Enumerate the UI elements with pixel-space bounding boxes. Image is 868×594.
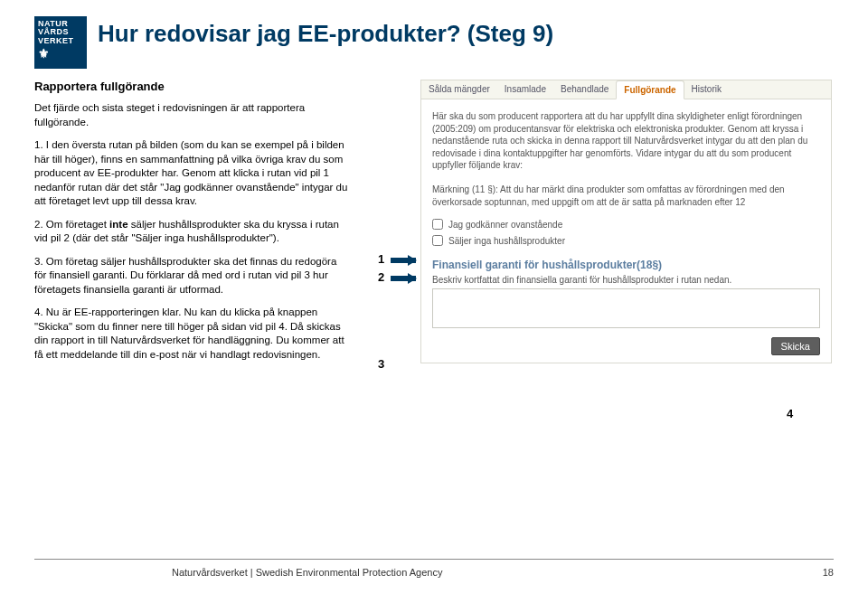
financial-section-desc: Beskriv kortfattat din finansiella garan… [432, 275, 820, 285]
tab-history[interactable]: Historik [684, 80, 729, 99]
approve-label: Jag godkänner ovanstående [448, 220, 562, 230]
arrow-1-icon [391, 258, 416, 263]
form-panel: Här ska du som producent rapportera att … [421, 99, 831, 363]
approve-checkbox[interactable] [432, 219, 443, 230]
submit-button[interactable]: Skicka [771, 337, 820, 355]
footer-agency: Naturvårdsverket | Swedish Environmental… [172, 567, 442, 578]
step-2-paragraph: 2. Om företaget inte säljer hushållsprod… [34, 218, 351, 246]
nohousehold-checkbox[interactable] [432, 235, 443, 246]
page-number: 18 [823, 567, 834, 578]
arrow-2-icon [391, 276, 416, 281]
page-subtitle: Rapportera fullgörande [34, 80, 165, 93]
tab-collected[interactable]: Insamlade [497, 80, 553, 99]
tab-treated[interactable]: Behandlade [553, 80, 616, 99]
logo-line3: VERKET [38, 36, 74, 45]
step-3-paragraph: 3. Om företag säljer hushållsprodukter s… [34, 255, 351, 297]
marker-2: 2 [378, 270, 384, 284]
nohousehold-row: Säljer inga hushållsprodukter [432, 235, 820, 246]
info-text: Här ska du som producent rapportera att … [432, 110, 820, 208]
agency-logo: NATUR VÅRDS VERKET ⚜ [34, 16, 87, 69]
page-title: Hur redovisar jag EE-produkter? (Steg 9) [98, 20, 553, 48]
financial-section-heading: Finansiell garanti för hushållsprodukter… [432, 259, 820, 271]
marker-3: 3 [378, 357, 384, 371]
crest-icon: ⚜ [38, 47, 83, 61]
step-1-paragraph: 1. I den översta rutan på bilden (som du… [34, 138, 351, 209]
step-4-paragraph: 4. Nu är EE-rapporteringen klar. Nu kan … [34, 306, 351, 362]
financial-textarea[interactable] [432, 288, 820, 328]
marker-4: 4 [787, 407, 793, 420]
tab-fulfillment[interactable]: Fullgörande [616, 80, 684, 99]
approve-row: Jag godkänner ovanstående [432, 219, 820, 230]
footer-divider [34, 559, 834, 560]
embedded-form-screenshot: Sålda mängder Insamlade Behandlade Fullg… [420, 80, 832, 363]
tab-strip: Sålda mängder Insamlade Behandlade Fullg… [421, 80, 831, 99]
tab-sold[interactable]: Sålda mängder [421, 80, 497, 99]
nohousehold-label: Säljer inga hushållsprodukter [448, 236, 565, 246]
instruction-body: Det fjärde och sista steget i redovisnin… [34, 101, 351, 371]
marker-1: 1 [378, 252, 384, 266]
intro-paragraph: Det fjärde och sista steget i redovisnin… [34, 101, 351, 129]
